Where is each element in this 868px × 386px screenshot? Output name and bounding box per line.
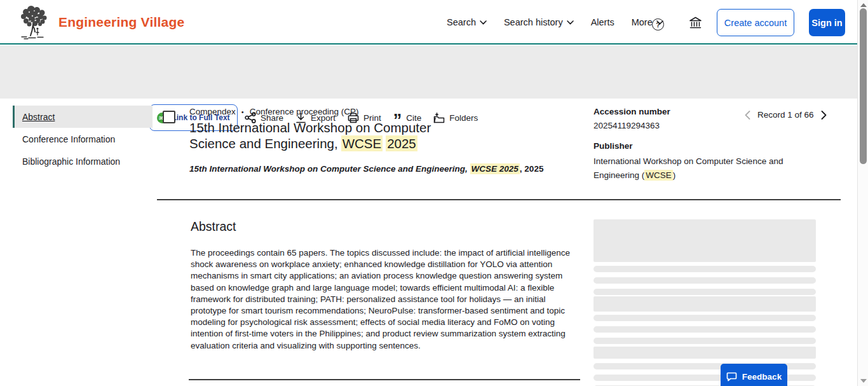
meta-separator: • — [241, 108, 244, 116]
document-type-label: Conference proceeding (CP) — [250, 107, 359, 116]
highlight-term: WCSE — [644, 170, 673, 181]
sign-in-button[interactable]: Sign in — [809, 9, 845, 36]
publisher-value: International Workshop on Computer Scien… — [593, 155, 796, 182]
loading-placeholder — [593, 219, 816, 262]
institution-icon[interactable] — [689, 17, 702, 29]
section-divider — [157, 199, 841, 200]
loading-placeholder — [593, 289, 816, 295]
loading-placeholder — [593, 277, 816, 284]
highlight-term: WCSE — [341, 135, 383, 151]
feedback-button[interactable]: Feedback — [721, 364, 787, 386]
sidebar-item-conference-information[interactable]: Conference Information — [13, 128, 153, 150]
database-label: Compendex — [189, 107, 236, 116]
highlight-term: 2025 — [386, 135, 417, 151]
speech-bubble-icon — [726, 372, 737, 382]
record-meta: Compendex • Conference proceeding (CP) — [189, 107, 359, 116]
accession-number-value: 20254119294363 — [593, 121, 660, 130]
highlight-term: WCSE 2025 — [470, 163, 520, 174]
publisher-label: Publisher — [593, 141, 633, 151]
loading-placeholder — [593, 338, 816, 344]
loading-placeholder — [593, 326, 816, 333]
record-counter: Record 1 of 66 — [757, 110, 814, 120]
folder-add-icon — [433, 113, 445, 123]
brand-title: Engineering Village — [58, 15, 184, 30]
loading-placeholder — [593, 315, 816, 321]
create-account-button[interactable]: Create account — [717, 9, 794, 36]
sidebar-item-bibliographic-information[interactable]: Bibliographic Information — [13, 150, 153, 172]
source-title: 15th International Workshop on Computer … — [189, 164, 543, 174]
chevron-down-icon — [480, 20, 487, 25]
accession-number-label: Accession number — [593, 107, 670, 116]
elsevier-tree-logo — [18, 4, 50, 40]
scroll-up-arrow-icon[interactable] — [860, 3, 867, 7]
record-toolbar: Back to results 360 Link to Full Text Sh… — [0, 46, 868, 99]
record-pagination: Record 1 of 66 — [745, 110, 827, 120]
next-record-icon[interactable] — [821, 111, 827, 120]
record-title: 15th International Workshop on Computer … — [189, 120, 431, 151]
section-divider — [189, 379, 580, 380]
engineering-village-record-page: Engineering Village Search Search histor… — [0, 0, 868, 386]
folders-button[interactable]: Folders — [433, 106, 478, 129]
chevron-down-icon — [567, 20, 574, 25]
top-header: Engineering Village Search Search histor… — [0, 0, 868, 45]
loading-placeholder — [593, 296, 816, 312]
record-select-checkbox[interactable] — [163, 111, 175, 123]
scrollbar-thumb[interactable] — [860, 8, 867, 164]
sidebar-item-abstract[interactable]: Abstract — [13, 106, 153, 128]
abstract-text: The proceedings contain 65 papers. The t… — [191, 247, 581, 352]
abstract-heading: Abstract — [191, 219, 236, 234]
nav-search[interactable]: Search — [447, 17, 487, 27]
header-nav: Search Search history Alerts More — [447, 0, 663, 45]
previous-record-icon[interactable] — [745, 111, 750, 120]
record-section-nav: Abstract Conference Information Bibliogr… — [13, 106, 153, 172]
loading-placeholder — [593, 347, 816, 359]
scroll-down-arrow-icon[interactable] — [860, 379, 867, 383]
vertical-scrollbar[interactable] — [857, 0, 868, 386]
nav-search-history[interactable]: Search history — [504, 17, 574, 27]
help-icon[interactable]: ? — [652, 18, 664, 31]
loading-placeholder — [593, 266, 816, 272]
nav-alerts[interactable]: Alerts — [591, 17, 614, 27]
